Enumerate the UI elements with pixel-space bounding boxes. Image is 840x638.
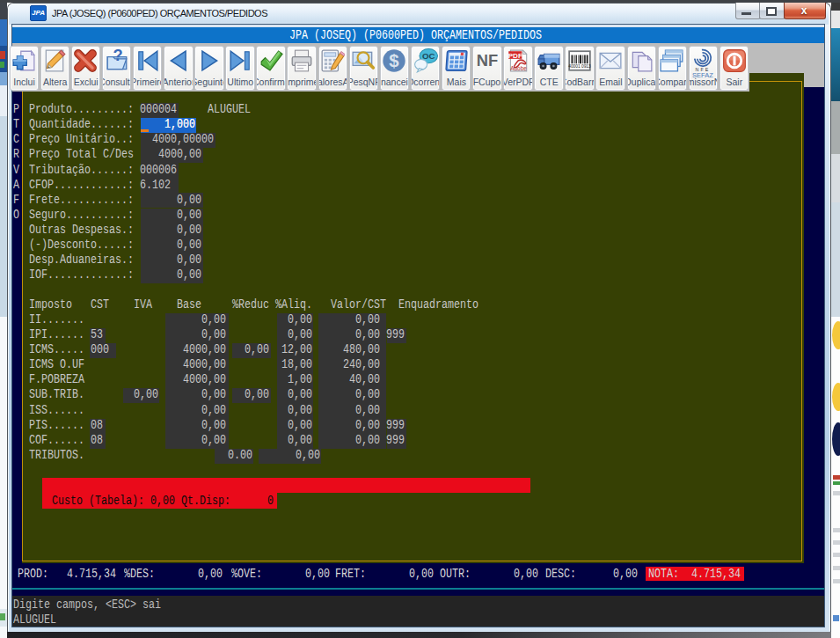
svg-text:?: ? <box>113 48 122 64</box>
svg-text:40001 0913: 40001 0913 <box>568 64 591 69</box>
svg-text:OC: OC <box>422 50 435 60</box>
svg-text:PDF: PDF <box>508 51 522 59</box>
svg-text:NF: NF <box>477 51 498 70</box>
svg-text:Adobe: Adobe <box>510 65 527 71</box>
svg-text:$: $ <box>390 50 400 70</box>
